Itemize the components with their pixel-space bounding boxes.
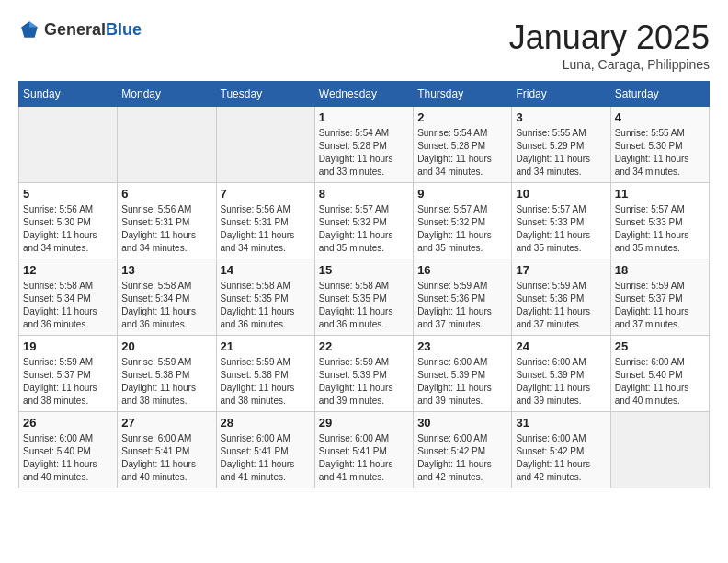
calendar-day-cell: 17Sunrise: 5:59 AM Sunset: 5:36 PM Dayli… [512,259,610,336]
day-info: Sunrise: 5:54 AM Sunset: 5:28 PM Dayligh… [319,127,409,178]
calendar-day-cell: 27Sunrise: 6:00 AM Sunset: 5:41 PM Dayli… [118,412,216,488]
calendar-day-cell: 2Sunrise: 5:54 AM Sunset: 5:28 PM Daylig… [414,107,512,183]
calendar-day-cell: 1Sunrise: 5:54 AM Sunset: 5:28 PM Daylig… [314,107,413,183]
weekday-header: Monday [118,82,216,107]
logo: GeneralBlue [18,18,142,40]
day-number: 2 [417,110,507,124]
day-number: 26 [23,416,113,430]
day-info: Sunrise: 6:00 AM Sunset: 5:42 PM Dayligh… [417,432,507,484]
day-info: Sunrise: 5:57 AM Sunset: 5:32 PM Dayligh… [417,203,507,255]
calendar-day-cell: 28Sunrise: 6:00 AM Sunset: 5:41 PM Dayli… [216,412,314,488]
calendar-week-row: 1Sunrise: 5:54 AM Sunset: 5:28 PM Daylig… [19,107,710,183]
day-info: Sunrise: 5:59 AM Sunset: 5:38 PM Dayligh… [121,356,211,408]
calendar-day-cell: 5Sunrise: 5:56 AM Sunset: 5:30 PM Daylig… [19,183,118,259]
day-number: 27 [121,416,211,430]
day-number: 25 [615,339,705,353]
day-number: 4 [615,110,705,124]
day-number: 20 [121,339,211,353]
day-info: Sunrise: 6:00 AM Sunset: 5:41 PM Dayligh… [221,432,311,484]
title-block: January 2025 Luna, Caraga, Philippines [509,18,710,72]
month-title: January 2025 [509,18,710,57]
day-info: Sunrise: 6:00 AM Sunset: 5:41 PM Dayligh… [121,432,211,484]
day-info: Sunrise: 6:00 AM Sunset: 5:40 PM Dayligh… [23,432,113,484]
weekday-header: Friday [512,82,610,107]
day-number: 1 [319,110,409,124]
day-number: 6 [121,187,211,201]
day-info: Sunrise: 5:59 AM Sunset: 5:39 PM Dayligh… [319,356,409,408]
calendar-day-cell: 24Sunrise: 6:00 AM Sunset: 5:39 PM Dayli… [512,336,610,412]
calendar-day-cell [118,107,216,183]
calendar-day-cell: 30Sunrise: 6:00 AM Sunset: 5:42 PM Dayli… [414,412,512,488]
day-number: 24 [516,339,606,353]
calendar-day-cell: 7Sunrise: 5:56 AM Sunset: 5:31 PM Daylig… [216,183,314,259]
calendar-week-row: 12Sunrise: 5:58 AM Sunset: 5:34 PM Dayli… [19,259,710,336]
calendar-day-cell: 9Sunrise: 5:57 AM Sunset: 5:32 PM Daylig… [414,183,512,259]
calendar-day-cell: 6Sunrise: 5:56 AM Sunset: 5:31 PM Daylig… [118,183,216,259]
weekday-header: Thursday [414,82,512,107]
day-number: 17 [516,263,606,277]
day-info: Sunrise: 5:59 AM Sunset: 5:37 PM Dayligh… [23,356,113,408]
day-info: Sunrise: 5:59 AM Sunset: 5:38 PM Dayligh… [221,356,311,408]
day-info: Sunrise: 5:57 AM Sunset: 5:32 PM Dayligh… [319,203,409,255]
svg-marker-1 [29,21,38,27]
calendar-day-cell: 19Sunrise: 5:59 AM Sunset: 5:37 PM Dayli… [19,336,118,412]
calendar-day-cell: 21Sunrise: 5:59 AM Sunset: 5:38 PM Dayli… [216,336,314,412]
calendar-day-cell [19,107,118,183]
day-info: Sunrise: 6:00 AM Sunset: 5:42 PM Dayligh… [516,432,606,484]
day-number: 16 [417,263,507,277]
calendar-day-cell: 29Sunrise: 6:00 AM Sunset: 5:41 PM Dayli… [314,412,413,488]
calendar-day-cell: 18Sunrise: 5:59 AM Sunset: 5:37 PM Dayli… [610,259,709,336]
calendar-day-cell: 4Sunrise: 5:55 AM Sunset: 5:30 PM Daylig… [610,107,709,183]
calendar-table: SundayMondayTuesdayWednesdayThursdayFrid… [18,81,710,488]
calendar-week-row: 5Sunrise: 5:56 AM Sunset: 5:30 PM Daylig… [19,183,710,259]
day-info: Sunrise: 5:56 AM Sunset: 5:31 PM Dayligh… [121,203,211,255]
logo-icon [18,18,40,40]
day-number: 7 [221,187,311,201]
calendar-day-cell: 10Sunrise: 5:57 AM Sunset: 5:33 PM Dayli… [512,183,610,259]
day-info: Sunrise: 5:55 AM Sunset: 5:30 PM Dayligh… [615,127,705,178]
day-info: Sunrise: 6:00 AM Sunset: 5:39 PM Dayligh… [417,356,507,408]
calendar-day-cell: 11Sunrise: 5:57 AM Sunset: 5:33 PM Dayli… [610,183,709,259]
day-info: Sunrise: 5:55 AM Sunset: 5:29 PM Dayligh… [516,127,606,178]
page-header: GeneralBlue January 2025 Luna, Caraga, P… [18,18,710,72]
day-info: Sunrise: 5:54 AM Sunset: 5:28 PM Dayligh… [417,127,507,178]
calendar-day-cell [610,412,709,488]
day-info: Sunrise: 5:58 AM Sunset: 5:34 PM Dayligh… [121,280,211,331]
day-number: 8 [319,187,409,201]
day-number: 23 [417,339,507,353]
day-number: 19 [23,339,113,353]
day-number: 28 [221,416,311,430]
calendar-day-cell: 31Sunrise: 6:00 AM Sunset: 5:42 PM Dayli… [512,412,610,488]
calendar-day-cell: 22Sunrise: 5:59 AM Sunset: 5:39 PM Dayli… [314,336,413,412]
day-number: 12 [23,263,113,277]
logo-text-blue: Blue [106,20,142,39]
day-info: Sunrise: 5:57 AM Sunset: 5:33 PM Dayligh… [615,203,705,255]
day-number: 29 [319,416,409,430]
day-info: Sunrise: 5:56 AM Sunset: 5:31 PM Dayligh… [221,203,311,255]
day-number: 13 [121,263,211,277]
day-number: 5 [23,187,113,201]
weekday-header: Wednesday [314,82,413,107]
day-number: 14 [221,263,311,277]
calendar-day-cell: 25Sunrise: 6:00 AM Sunset: 5:40 PM Dayli… [610,336,709,412]
day-info: Sunrise: 6:00 AM Sunset: 5:41 PM Dayligh… [319,432,409,484]
day-number: 3 [516,110,606,124]
day-number: 18 [615,263,705,277]
calendar-day-cell: 26Sunrise: 6:00 AM Sunset: 5:40 PM Dayli… [19,412,118,488]
weekday-header: Sunday [19,82,118,107]
weekday-header: Saturday [610,82,709,107]
calendar-day-cell: 23Sunrise: 6:00 AM Sunset: 5:39 PM Dayli… [414,336,512,412]
calendar-day-cell: 20Sunrise: 5:59 AM Sunset: 5:38 PM Dayli… [118,336,216,412]
calendar-day-cell [216,107,314,183]
day-info: Sunrise: 5:57 AM Sunset: 5:33 PM Dayligh… [516,203,606,255]
day-number: 21 [221,339,311,353]
location: Luna, Caraga, Philippines [509,57,710,72]
day-number: 11 [615,187,705,201]
calendar-day-cell: 13Sunrise: 5:58 AM Sunset: 5:34 PM Dayli… [118,259,216,336]
day-info: Sunrise: 6:00 AM Sunset: 5:39 PM Dayligh… [516,356,606,408]
weekday-header: Tuesday [216,82,314,107]
day-info: Sunrise: 5:59 AM Sunset: 5:37 PM Dayligh… [615,280,705,331]
day-info: Sunrise: 6:00 AM Sunset: 5:40 PM Dayligh… [615,356,705,408]
day-info: Sunrise: 5:59 AM Sunset: 5:36 PM Dayligh… [417,280,507,331]
calendar-week-row: 19Sunrise: 5:59 AM Sunset: 5:37 PM Dayli… [19,336,710,412]
